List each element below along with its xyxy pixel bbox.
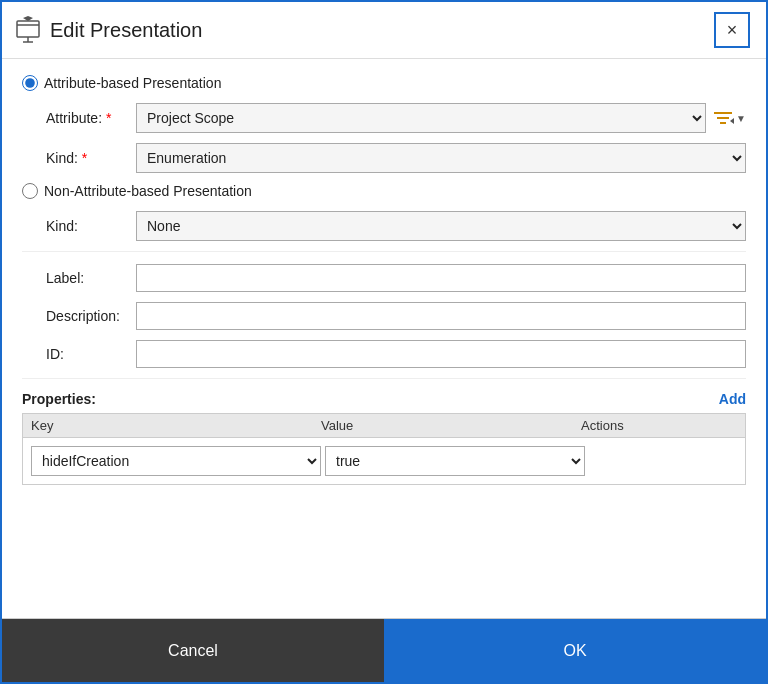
divider2 (22, 378, 746, 379)
dialog-title-text: Edit Presentation (50, 19, 202, 42)
id-field-label: ID: (46, 346, 136, 362)
non-attribute-based-label[interactable]: Non-Attribute-based Presentation (44, 183, 252, 199)
non-attribute-based-radio-row: Non-Attribute-based Presentation (22, 183, 746, 199)
table-row: hideIfCreation true false (31, 446, 737, 476)
kind2-row: Kind: None Button Link (22, 211, 746, 241)
kind-required-star: * (82, 150, 87, 166)
svg-marker-8 (730, 118, 734, 124)
label-field-label: Label: (46, 270, 136, 286)
kind2-select[interactable]: None Button Link (136, 211, 746, 241)
col-actions-header: Actions (581, 418, 737, 433)
attribute-row: Attribute: * Project Scope ▼ (22, 103, 746, 133)
description-field-label: Description: (46, 308, 136, 324)
description-row: Description: (22, 302, 746, 330)
properties-table-body: hideIfCreation true false (22, 437, 746, 485)
edit-presentation-dialog: Edit Presentation × Attribute-based Pres… (0, 0, 768, 684)
col-key-header: Key (31, 418, 321, 433)
cancel-button[interactable]: Cancel (2, 619, 384, 682)
attribute-field-label: Attribute: * (46, 110, 136, 126)
key-select[interactable]: hideIfCreation (31, 446, 321, 476)
add-property-link[interactable]: Add (719, 391, 746, 407)
properties-header: Properties: Add (22, 391, 746, 407)
svg-rect-5 (714, 112, 732, 114)
non-attribute-based-radio[interactable] (22, 183, 38, 199)
dialog-title: Edit Presentation (14, 16, 202, 44)
dialog-footer: Cancel OK (2, 618, 766, 682)
kind-control-group: Enumeration Text Number Boolean (136, 143, 746, 173)
divider (22, 251, 746, 252)
properties-table-header: Key Value Actions (22, 413, 746, 437)
ok-button[interactable]: OK (384, 619, 766, 682)
kind2-control-group: None Button Link (136, 211, 746, 241)
close-button[interactable]: × (714, 12, 750, 48)
kind-row: Kind: * Enumeration Text Number Boolean (22, 143, 746, 173)
kind-field-label: Kind: * (46, 150, 136, 166)
dialog-header: Edit Presentation × (2, 2, 766, 59)
svg-rect-6 (717, 117, 729, 119)
label-input[interactable] (136, 264, 746, 292)
description-input[interactable] (136, 302, 746, 330)
presentation-icon (14, 16, 42, 44)
kind-select[interactable]: Enumeration Text Number Boolean (136, 143, 746, 173)
attribute-required-star: * (106, 110, 111, 126)
attribute-based-radio[interactable] (22, 75, 38, 91)
attribute-control-group: Project Scope ▼ (136, 103, 746, 133)
id-input[interactable] (136, 340, 746, 368)
attribute-action-icon[interactable]: ▼ (712, 107, 746, 129)
attribute-select[interactable]: Project Scope (136, 103, 706, 133)
filter-icon (712, 107, 734, 129)
dialog-body: Attribute-based Presentation Attribute: … (2, 59, 766, 618)
attribute-based-label[interactable]: Attribute-based Presentation (44, 75, 221, 91)
value-select[interactable]: true false (325, 446, 585, 476)
svg-rect-7 (720, 122, 726, 124)
svg-rect-0 (17, 21, 39, 37)
properties-label: Properties: (22, 391, 96, 407)
kind2-field-label: Kind: (46, 218, 136, 234)
label-row: Label: (22, 264, 746, 292)
id-row: ID: (22, 340, 746, 368)
attribute-based-radio-row: Attribute-based Presentation (22, 75, 746, 91)
dropdown-arrow: ▼ (736, 113, 746, 124)
col-value-header: Value (321, 418, 581, 433)
